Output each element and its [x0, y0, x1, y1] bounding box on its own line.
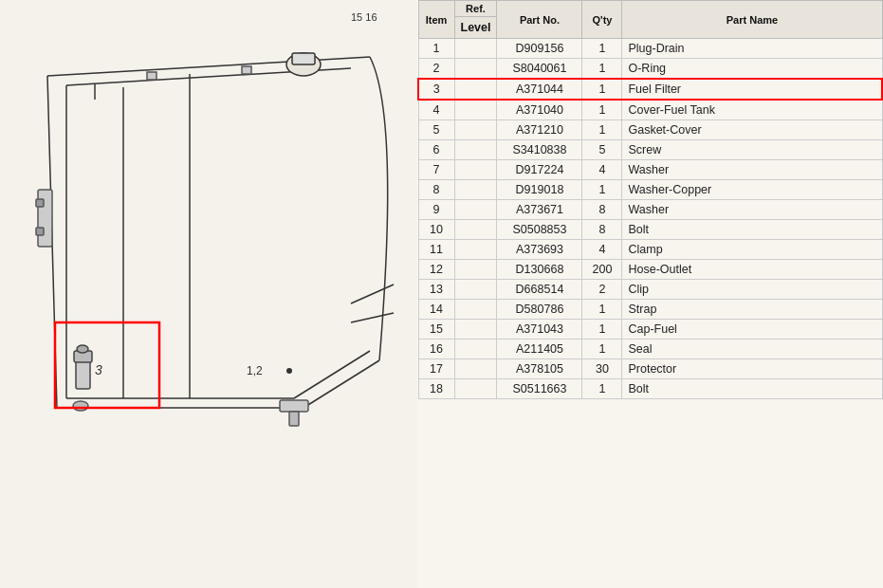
cell-level: [454, 359, 497, 379]
cell-partname: Screw: [622, 140, 882, 160]
table-section: Item Ref. Part No. Q'ty Part Name Level …: [417, 0, 883, 588]
cell-item: 18: [418, 379, 454, 399]
cell-partname: Gasket-Cover: [622, 120, 882, 140]
header-item: Item: [418, 1, 454, 39]
header-qty: Q'ty: [582, 1, 622, 39]
svg-rect-15: [36, 199, 44, 207]
cell-partname: Hose-Outlet: [622, 260, 882, 280]
svg-text:3: 3: [95, 362, 102, 377]
header-level: Level: [454, 17, 497, 39]
cell-level: [454, 379, 497, 399]
parts-table: Item Ref. Part No. Q'ty Part Name Level …: [417, 0, 883, 399]
table-row: 9A3736718Washer: [418, 200, 882, 220]
cell-qty: 4: [582, 160, 622, 180]
svg-point-32: [286, 368, 292, 374]
cell-level: [454, 320, 497, 340]
cell-partno: A373671: [497, 200, 582, 220]
cell-level: [454, 260, 497, 280]
cell-partname: O-Ring: [622, 59, 882, 80]
cell-qty: 5: [582, 140, 622, 160]
cell-level: [454, 100, 497, 120]
table-row: 8D9190181Washer-Copper: [418, 180, 882, 200]
table-row: 17A37810530Protector: [418, 359, 882, 379]
cell-partname: Bolt: [622, 220, 882, 240]
cell-item: 16: [418, 340, 454, 359]
technical-drawing: 15 16: [0, 0, 417, 588]
cell-level: [454, 160, 497, 180]
cell-partno: S0511663: [497, 379, 582, 399]
cell-partname: Cap-Fuel: [622, 320, 882, 340]
table-row: 15A3710431Cap-Fuel: [418, 320, 882, 340]
cell-partname: Clip: [622, 280, 882, 300]
cell-partno: S0508853: [497, 220, 582, 240]
table-row: 6S34108385Screw: [418, 140, 882, 160]
cell-partname: Seal: [622, 340, 882, 359]
cell-qty: 1: [582, 300, 622, 320]
cell-level: [454, 240, 497, 260]
cell-item: 4: [418, 100, 454, 120]
table-row: 12D130668200Hose-Outlet: [418, 260, 882, 280]
svg-rect-16: [36, 228, 44, 235]
cell-qty: 30: [582, 359, 622, 379]
cell-item: 13: [418, 280, 454, 300]
cell-level: [454, 220, 497, 240]
cell-partname: Protector: [622, 359, 882, 379]
cell-partname: Strap: [622, 300, 882, 320]
cell-partname: Washer: [622, 160, 882, 180]
cell-qty: 1: [582, 39, 622, 59]
cell-partno: A371044: [497, 79, 582, 100]
cell-item: 7: [418, 160, 454, 180]
header-ref: Ref.: [454, 1, 497, 17]
cell-level: [454, 340, 497, 359]
cell-item: 14: [418, 300, 454, 320]
cell-partno: A373693: [497, 240, 582, 260]
table-row: 16A2114051Seal: [418, 340, 882, 359]
cell-item: 17: [418, 359, 454, 379]
table-row: 5A3712101Gasket-Cover: [418, 120, 882, 140]
table-row: 2S80400611O-Ring: [418, 59, 882, 80]
cell-partno: D917224: [497, 160, 582, 180]
cell-level: [454, 200, 497, 220]
cell-level: [454, 79, 497, 100]
table-row: 13D6685142Clip: [418, 280, 882, 300]
cell-level: [454, 59, 497, 80]
cell-partno: A371040: [497, 100, 582, 120]
cell-partno: D580786: [497, 300, 582, 320]
cell-item: 6: [418, 140, 454, 160]
cell-level: [454, 280, 497, 300]
cell-level: [454, 180, 497, 200]
cell-partno: D909156: [497, 39, 582, 59]
cell-partno: D668514: [497, 280, 582, 300]
cell-partno: A211405: [497, 340, 582, 359]
cell-level: [454, 300, 497, 320]
cell-partno: S8040061: [497, 59, 582, 80]
cell-qty: 1: [582, 379, 622, 399]
cell-qty: 1: [582, 100, 622, 120]
cell-qty: 8: [582, 220, 622, 240]
cell-partname: Bolt: [622, 379, 882, 399]
cell-qty: 1: [582, 120, 622, 140]
cell-qty: 4: [582, 240, 622, 260]
cell-qty: 1: [582, 79, 622, 100]
cell-partname: Fuel Filter: [622, 79, 882, 100]
svg-rect-28: [242, 66, 251, 74]
cell-qty: 2: [582, 280, 622, 300]
cell-level: [454, 140, 497, 160]
cell-partname: Washer: [622, 200, 882, 220]
cell-partno: D130668: [497, 260, 582, 280]
cell-qty: 8: [582, 200, 622, 220]
cell-item: 12: [418, 260, 454, 280]
cell-partname: Washer-Copper: [622, 180, 882, 200]
cell-partno: A371043: [497, 320, 582, 340]
cell-item: 1: [418, 39, 454, 59]
table-row: 14D5807861Strap: [418, 300, 882, 320]
svg-rect-24: [289, 412, 299, 426]
svg-rect-23: [280, 400, 308, 412]
cell-qty: 1: [582, 320, 622, 340]
cell-item: 9: [418, 200, 454, 220]
cell-level: [454, 39, 497, 59]
cell-item: 10: [418, 220, 454, 240]
cell-item: 2: [418, 59, 454, 80]
table-row: 3A3710441Fuel Filter: [418, 79, 882, 100]
table-row: 10S05088538Bolt: [418, 220, 882, 240]
